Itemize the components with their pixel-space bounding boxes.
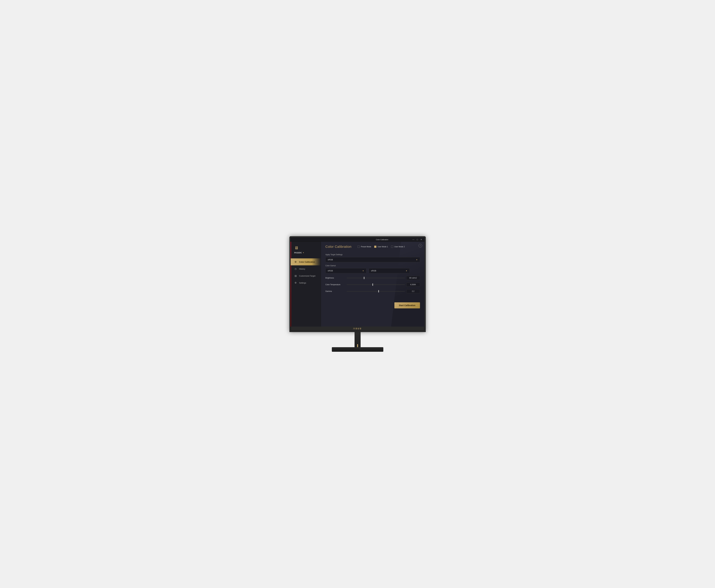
start-calibration-button[interactable]: Start Calibration — [394, 302, 420, 309]
monitor-neck — [354, 332, 361, 347]
preset-mode-label: Preset Mode — [361, 246, 371, 248]
color-temp-thumb[interactable] — [372, 284, 373, 286]
monitor-bezel: Color Calibration — □ ✕ 🖥 PA32DC ▼ — [289, 236, 426, 332]
gamma-thumb[interactable] — [378, 290, 379, 293]
target-icon: ▤ — [294, 274, 297, 277]
sidebar-item-settings[interactable]: ⚙ Settings — [290, 279, 321, 286]
color-gamut-dropdown-2[interactable]: sRGB ▼ — [369, 268, 410, 273]
mode-options: Preset Mode User Mode 1 User Mode 2 — [358, 246, 405, 248]
apply-target-arrow: ▼ — [416, 259, 418, 261]
camera-icon: ⊙ — [294, 260, 297, 263]
color-temp-slider[interactable] — [347, 285, 405, 285]
preset-mode-checkbox[interactable] — [358, 246, 360, 248]
sidebar: 🖥 PA32DC ▼ ⊙ Color Calibration — [290, 242, 321, 327]
user-mode-2-checkbox[interactable] — [391, 246, 393, 248]
color-gamut-value-2: sRGB — [371, 270, 376, 272]
color-gamut-arrow-2: ▼ — [406, 270, 407, 272]
user-mode-1-label: User Mode 1 — [377, 246, 388, 248]
apply-target-dropdown[interactable]: sRGB ▼ — [325, 257, 420, 262]
brightness-row: Brightness 80 cd/m2 — [325, 276, 420, 280]
brightness-label: Brightness — [325, 277, 345, 279]
asus-logo: /ISUS — [353, 327, 362, 330]
monitor-icon: 🖥 — [294, 245, 318, 250]
close-button[interactable]: ✕ — [420, 238, 423, 241]
monitor-screen: Color Calibration — □ ✕ 🖥 PA32DC ▼ — [290, 237, 425, 331]
minimize-button[interactable]: — — [412, 238, 415, 241]
device-name-row: PA32DC ▼ — [294, 252, 318, 254]
main-header: Color Calibration Preset Mode User Mode … — [321, 242, 425, 251]
main-body: Apply Target Settings sRGB ▼ Color Gamut… — [321, 251, 425, 327]
gamma-slider[interactable] — [347, 291, 405, 292]
monitor-base — [332, 347, 383, 352]
color-gamut-value-1: sRGB — [328, 270, 333, 272]
apply-target-label: Apply Target Settings — [325, 254, 420, 256]
apply-target-value: sRGB — [328, 258, 333, 261]
color-gamut-dropdown-1[interactable]: sRGB ▼ — [325, 268, 366, 273]
brightness-thumb[interactable] — [364, 277, 364, 279]
history-icon: ◷ — [294, 268, 297, 270]
sidebar-item-label: Color Calibration — [299, 261, 315, 263]
user-mode-2-label: User Mode 2 — [394, 246, 405, 248]
color-temp-value: 6,500K — [406, 282, 420, 287]
settings-icon: ⚙ — [294, 281, 297, 284]
window-title: Color Calibration — [352, 239, 412, 240]
user-mode-1-option[interactable]: User Mode 1 — [374, 246, 388, 248]
main-inner: Color Calibration Preset Mode User Mode … — [321, 242, 425, 327]
monitor-outer: Color Calibration — □ ✕ 🖥 PA32DC ▼ — [289, 236, 426, 352]
brightness-value: 80 cd/m2 — [406, 276, 420, 280]
preset-mode-option[interactable]: Preset Mode — [358, 246, 371, 248]
user-mode-2-option[interactable]: User Mode 2 — [391, 246, 405, 248]
title-bar: Color Calibration — □ ✕ — [290, 237, 425, 242]
app-layout: 🖥 PA32DC ▼ ⊙ Color Calibration — [290, 242, 425, 327]
sidebar-item-label: Settings — [299, 282, 306, 284]
monitor-bottom-bezel: /ISUS — [290, 327, 425, 331]
user-mode-1-checkbox[interactable] — [374, 246, 376, 248]
sidebar-item-history[interactable]: ◷ History — [290, 265, 321, 272]
sidebar-item-customized-target[interactable]: ▤ Customized Target — [290, 272, 321, 279]
maximize-button[interactable]: □ — [416, 238, 419, 241]
sidebar-item-color-calibration[interactable]: ⊙ Color Calibration — [290, 258, 321, 265]
gamma-row: Gamma 2.2 — [325, 289, 420, 293]
brightness-slider[interactable] — [347, 278, 405, 278]
page-title: Color Calibration — [325, 245, 351, 249]
sidebar-top: 🖥 PA32DC ▼ — [290, 242, 321, 257]
gamma-label: Gamma — [325, 290, 345, 292]
sidebar-nav: ⊙ Color Calibration ◷ History ▤ Customiz… — [290, 258, 321, 327]
gamma-value: 2.2 — [406, 289, 420, 293]
color-gamut-row: sRGB ▼ sRGB ▼ — [325, 268, 420, 273]
device-name: PA32DC — [294, 252, 302, 254]
sidebar-item-label: Customized Target — [299, 275, 316, 277]
color-temp-label: Color Temperature — [325, 284, 345, 286]
color-gamut-arrow-1: ▼ — [363, 270, 364, 272]
window-controls: — □ ✕ — [412, 238, 423, 241]
device-dropdown-arrow[interactable]: ▼ — [303, 252, 304, 254]
sidebar-item-label: History — [299, 268, 305, 270]
info-icon-button[interactable]: i — [418, 244, 422, 248]
color-temp-row: Color Temperature 6,500K — [325, 282, 420, 287]
main-content: Color Calibration Preset Mode User Mode … — [321, 242, 425, 327]
color-gamut-label: Color Gamut — [325, 265, 420, 267]
